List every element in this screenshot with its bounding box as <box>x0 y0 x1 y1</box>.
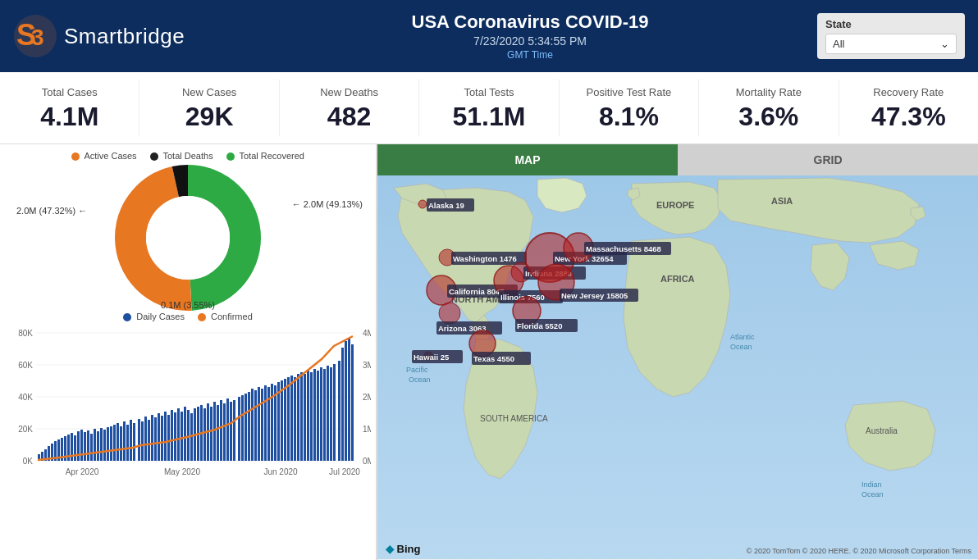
svg-rect-58 <box>158 413 160 461</box>
svg-rect-112 <box>338 361 340 461</box>
svg-text:40K: 40K <box>18 393 33 402</box>
svg-rect-116 <box>351 344 354 461</box>
svg-rect-102 <box>304 374 306 461</box>
svg-rect-105 <box>313 369 316 461</box>
bubble-alaska <box>418 200 427 208</box>
svg-rect-63 <box>174 412 176 461</box>
svg-rect-34 <box>77 431 80 461</box>
svg-rect-53 <box>141 421 144 461</box>
svg-text:20K: 20K <box>18 425 33 434</box>
stat-new-cases: New Cases 29K <box>139 80 279 136</box>
svg-text:Indian: Indian <box>861 480 882 489</box>
svg-rect-110 <box>330 367 332 461</box>
world-map-svg: NORTH AMERICA SOUTH AMERICA AFRICA ASIA … <box>377 175 978 559</box>
bing-logo: ◆ Bing <box>386 543 421 555</box>
state-filter-label: State <box>825 18 957 30</box>
svg-rect-36 <box>84 432 86 461</box>
donut-label-deaths: 0.1M (3.55%) <box>161 300 215 310</box>
stat-mortality-rate: Mortality Rate 3.6% <box>699 80 839 136</box>
svg-rect-48 <box>123 421 126 461</box>
logo-text: Smartbridge <box>64 24 185 49</box>
stat-label-total-cases: Total Cases <box>3 86 135 98</box>
app-header: S 3 Smartbridge USA Coronavirus COVID-19… <box>0 0 978 72</box>
svg-text:Ocean: Ocean <box>409 376 431 384</box>
label-alaska: Alaska 19 <box>428 201 464 210</box>
stat-new-deaths: New Deaths 482 <box>280 80 419 136</box>
svg-rect-114 <box>345 341 347 461</box>
label-hawaii: Hawaii 25 <box>414 353 450 362</box>
svg-rect-106 <box>317 371 319 461</box>
svg-rect-115 <box>348 338 350 461</box>
svg-text:3: 3 <box>31 25 44 50</box>
logo-area: S 3 Smartbridge <box>13 14 243 58</box>
svg-rect-42 <box>103 430 106 461</box>
svg-text:4M: 4M <box>363 329 371 338</box>
svg-rect-88 <box>258 387 260 461</box>
svg-rect-79 <box>226 398 229 461</box>
state-dropdown-value: All <box>833 38 844 50</box>
svg-rect-87 <box>254 390 257 461</box>
svg-rect-109 <box>327 366 329 461</box>
svg-rect-60 <box>164 412 167 461</box>
svg-rect-62 <box>171 410 173 461</box>
svg-text:1M: 1M <box>363 425 371 434</box>
svg-text:60K: 60K <box>18 361 33 370</box>
tab-grid[interactable]: GRID <box>678 144 978 175</box>
stat-value-positive-rate: 8.1% <box>563 103 695 130</box>
stat-total-tests: Total Tests 51.1M <box>419 80 559 136</box>
svg-rect-33 <box>74 435 76 461</box>
svg-text:3M: 3M <box>363 361 371 370</box>
svg-text:2M: 2M <box>363 393 371 402</box>
donut-label-active: 2.0M (47.32%) ← <box>16 205 87 216</box>
svg-text:Apr 2020: Apr 2020 <box>66 467 99 476</box>
svg-rect-50 <box>130 420 132 461</box>
svg-text:ASIA: ASIA <box>771 196 793 206</box>
label-newjersey: New Jersey 15805 <box>561 291 628 300</box>
stats-row: Total Cases 4.1M New Cases 29K New Death… <box>0 72 978 144</box>
svg-rect-44 <box>110 426 112 461</box>
svg-rect-51 <box>133 423 135 461</box>
svg-rect-80 <box>230 402 232 461</box>
svg-rect-55 <box>148 420 150 461</box>
svg-rect-61 <box>167 415 170 461</box>
header-datetime: 7/23/2020 5:34:55 PM <box>243 34 817 48</box>
tab-map[interactable]: MAP <box>377 144 678 175</box>
svg-text:AFRICA: AFRICA <box>660 274 695 284</box>
svg-rect-67 <box>187 410 190 461</box>
svg-rect-59 <box>161 416 163 461</box>
smartbridge-logo-icon: S 3 <box>13 14 57 58</box>
svg-rect-35 <box>80 430 83 461</box>
header-timezone: GMT Time <box>243 49 817 61</box>
may-bars <box>138 398 235 461</box>
svg-rect-98 <box>290 376 293 461</box>
bar-chart-svg: 80K 60K 40K 20K 0K 4M 3M 2M 1M 0M <box>10 325 371 485</box>
state-dropdown[interactable]: All ⌄ <box>825 34 957 54</box>
active-cases-dot <box>71 153 80 161</box>
label-massachusetts: Massachusetts 8468 <box>586 244 661 253</box>
svg-rect-54 <box>144 417 147 461</box>
svg-rect-38 <box>90 434 93 461</box>
svg-rect-107 <box>320 367 322 461</box>
left-panel: Active Cases Total Deaths Total Recovere… <box>0 144 377 560</box>
svg-rect-72 <box>203 408 206 461</box>
stat-label-new-cases: New Cases <box>143 86 275 98</box>
stat-value-total-tests: 51.1M <box>423 103 555 130</box>
donut-label-recovered: ← 2.0M (49.13%) <box>292 198 363 210</box>
svg-rect-74 <box>210 407 213 461</box>
donut-chart-container: 2.0M (47.32%) ← ← 2.0M (49.13%) 0.1M (3.… <box>10 164 366 312</box>
svg-text:Jun 2020: Jun 2020 <box>263 467 298 476</box>
svg-rect-101 <box>300 372 303 461</box>
svg-rect-46 <box>117 423 119 461</box>
svg-rect-89 <box>261 389 263 461</box>
label-texas: Texas 4550 <box>473 354 514 363</box>
right-panel: MAP GRID <box>377 144 978 560</box>
svg-text:Ocean: Ocean <box>730 343 752 351</box>
svg-rect-43 <box>107 427 109 461</box>
svg-rect-99 <box>294 377 296 461</box>
stat-value-mortality-rate: 3.6% <box>702 103 834 130</box>
stat-positive-rate: Positive Test Rate 8.1% <box>560 80 699 136</box>
state-filter-panel: State All ⌄ <box>817 13 965 59</box>
donut-labels-overlay: 2.0M (47.32%) ← ← 2.0M (49.13%) 0.1M (3.… <box>10 164 366 312</box>
svg-rect-77 <box>220 400 222 461</box>
bubble-arizona <box>439 303 460 324</box>
